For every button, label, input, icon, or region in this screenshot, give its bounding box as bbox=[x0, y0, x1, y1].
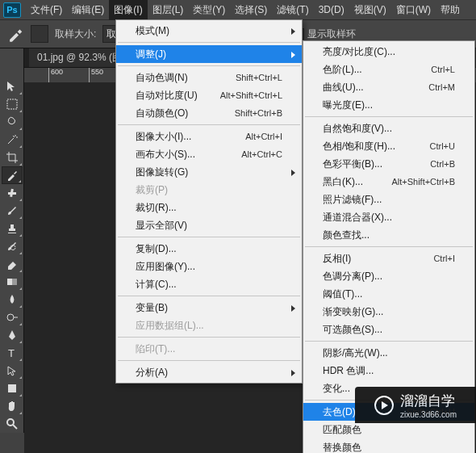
menu-item[interactable]: 反相(I)Ctrl+I bbox=[303, 250, 474, 267]
menu-item-label: 自动颜色(O) bbox=[136, 107, 222, 120]
stamp-tool[interactable] bbox=[2, 220, 23, 237]
menu-item-shortcut: Alt+Shift+Ctrl+L bbox=[220, 90, 282, 100]
play-icon bbox=[374, 396, 394, 415]
history-brush-tool[interactable] bbox=[2, 237, 23, 255]
menu-item-label: 色彩平衡(B)... bbox=[323, 157, 417, 171]
menu-item[interactable]: 模式(M) bbox=[116, 22, 302, 40]
menu-item[interactable]: 自然饱和度(V)... bbox=[303, 120, 474, 137]
sample-size-label: 取样大小: bbox=[55, 27, 96, 41]
menu-3d[interactable]: 3D(D) bbox=[314, 1, 349, 19]
hand-tool[interactable] bbox=[2, 397, 23, 415]
menu-edit[interactable]: 编辑(E) bbox=[67, 0, 109, 20]
menu-item-shortcut: Shift+Ctrl+B bbox=[235, 108, 282, 118]
menu-item-label: 调整(J) bbox=[136, 48, 282, 61]
menu-item-label: HDR 色调... bbox=[323, 364, 455, 378]
wand-tool[interactable] bbox=[2, 131, 23, 149]
menu-separator bbox=[305, 116, 473, 117]
gradient-tool[interactable] bbox=[2, 273, 23, 291]
menu-item[interactable]: 色相/饱和度(H)...Ctrl+U bbox=[303, 137, 474, 155]
brush-tool[interactable] bbox=[2, 202, 23, 220]
menu-item-label: 亮度/对比度(C)... bbox=[323, 45, 455, 59]
submenu-arrow-icon bbox=[291, 28, 295, 35]
menu-item-label: 计算(C)... bbox=[136, 278, 282, 292]
menu-separator bbox=[118, 337, 300, 338]
menu-item[interactable]: 曝光度(E)... bbox=[303, 96, 474, 114]
menu-item[interactable]: 图像大小(I)...Alt+Ctrl+I bbox=[116, 128, 302, 145]
menu-item[interactable]: 调整(J) bbox=[116, 45, 302, 63]
menu-item[interactable]: 通道混合器(X)... bbox=[303, 208, 474, 226]
crop-tool[interactable] bbox=[2, 149, 23, 166]
menu-item[interactable]: 阈值(T)... bbox=[303, 285, 474, 303]
menu-layer[interactable]: 图层(L) bbox=[148, 0, 189, 20]
menu-item[interactable]: 渐变映射(G)... bbox=[303, 303, 474, 321]
menu-type[interactable]: 类型(Y) bbox=[188, 0, 230, 20]
menu-item[interactable]: 应用图像(Y)... bbox=[116, 258, 302, 275]
lasso-tool[interactable] bbox=[2, 113, 23, 131]
type-tool[interactable]: T bbox=[2, 344, 23, 362]
menu-image[interactable]: 图像(I) bbox=[109, 0, 147, 20]
menu-view[interactable]: 视图(V) bbox=[349, 0, 391, 20]
path-tool[interactable] bbox=[2, 362, 23, 380]
menu-item[interactable]: 自动色调(N)Shift+Ctrl+L bbox=[116, 69, 302, 86]
menu-item-label: 自动对比度(U) bbox=[136, 89, 207, 103]
menu-item-label: 应用数据组(L)... bbox=[136, 319, 282, 333]
menu-item[interactable]: 裁切(R)... bbox=[116, 199, 302, 216]
menu-item-shortcut: Ctrl+M bbox=[428, 82, 455, 92]
submenu-arrow-icon bbox=[291, 52, 295, 58]
menu-item[interactable]: 变量(B) bbox=[116, 299, 302, 317]
menu-item[interactable]: 复制(D)... bbox=[116, 240, 302, 258]
menu-item-label: 曲线(U)... bbox=[323, 81, 415, 94]
menu-item[interactable]: 分析(A) bbox=[116, 363, 302, 381]
menu-item[interactable]: 替换颜色 bbox=[303, 438, 474, 453]
menu-item[interactable]: 可选颜色(S)... bbox=[303, 321, 474, 338]
marquee-tool[interactable] bbox=[2, 95, 23, 113]
menu-file[interactable]: 文件(F) bbox=[26, 0, 67, 20]
menu-item[interactable]: 色彩平衡(B)...Ctrl+B bbox=[303, 155, 474, 173]
menu-item[interactable]: 自动颜色(O)Shift+Ctrl+B bbox=[116, 104, 302, 122]
heal-tool[interactable] bbox=[2, 184, 23, 202]
menu-item-label: 自然饱和度(V)... bbox=[323, 122, 455, 136]
menu-help[interactable]: 帮助 bbox=[436, 0, 465, 20]
menu-window[interactable]: 窗口(W) bbox=[391, 0, 436, 20]
pen-tool[interactable] bbox=[2, 326, 23, 344]
menu-item[interactable]: 照片滤镜(F)... bbox=[303, 191, 474, 208]
shape-tool[interactable] bbox=[2, 380, 23, 397]
svg-text:T: T bbox=[8, 347, 15, 359]
menu-item[interactable]: 黑白(K)...Alt+Shift+Ctrl+B bbox=[303, 173, 474, 191]
menu-item-shortcut: Shift+Ctrl+L bbox=[236, 73, 282, 82]
menu-item[interactable]: 色阶(L)...Ctrl+L bbox=[303, 61, 474, 78]
menu-item-label: 裁剪(P) bbox=[136, 183, 282, 197]
svg-rect-7 bbox=[8, 384, 16, 392]
menu-item-label: 渐变映射(G)... bbox=[323, 305, 455, 319]
blur-tool[interactable] bbox=[2, 291, 23, 308]
menu-item[interactable]: 自动对比度(U)Alt+Shift+Ctrl+L bbox=[116, 86, 302, 104]
menu-item[interactable]: 图像旋转(G) bbox=[116, 163, 302, 181]
menu-item-label: 照片滤镜(F)... bbox=[323, 193, 455, 207]
menu-select[interactable]: 选择(S) bbox=[230, 0, 272, 20]
watermark-url: zixue.3d66.com bbox=[400, 410, 457, 419]
menu-item-shortcut: Alt+Ctrl+I bbox=[245, 132, 282, 141]
menu-item: 裁剪(P) bbox=[116, 181, 302, 199]
menu-item[interactable]: 色调分离(P)... bbox=[303, 267, 474, 285]
color-swatch[interactable] bbox=[31, 25, 48, 43]
menu-item-label: 阈值(T)... bbox=[323, 287, 455, 301]
menu-item[interactable]: 阴影/高光(W)... bbox=[303, 344, 474, 362]
menu-item[interactable]: 匹配颜色 bbox=[303, 421, 474, 438]
menu-item[interactable]: HDR 色调... bbox=[303, 362, 474, 380]
menu-item[interactable]: 亮度/对比度(C)... bbox=[303, 43, 474, 61]
menu-filter[interactable]: 滤镜(T) bbox=[272, 0, 313, 20]
menu-item[interactable]: 颜色查找... bbox=[303, 226, 474, 244]
menu-item[interactable]: 显示全部(V) bbox=[116, 216, 302, 234]
tool-palette: T bbox=[0, 48, 24, 433]
svg-point-8 bbox=[7, 419, 14, 426]
menu-item[interactable]: 画布大小(S)...Alt+Ctrl+C bbox=[116, 145, 302, 163]
submenu-arrow-icon bbox=[291, 370, 295, 376]
zoom-tool[interactable] bbox=[2, 415, 23, 433]
dodge-tool[interactable] bbox=[2, 308, 23, 326]
menu-item[interactable]: 曲线(U)...Ctrl+M bbox=[303, 78, 474, 96]
menu-item[interactable]: 计算(C)... bbox=[116, 275, 302, 293]
eyedropper-tool[interactable] bbox=[2, 166, 23, 184]
eyedropper-icon bbox=[6, 25, 24, 43]
move-tool[interactable] bbox=[2, 78, 23, 95]
eraser-tool[interactable] bbox=[2, 255, 23, 273]
